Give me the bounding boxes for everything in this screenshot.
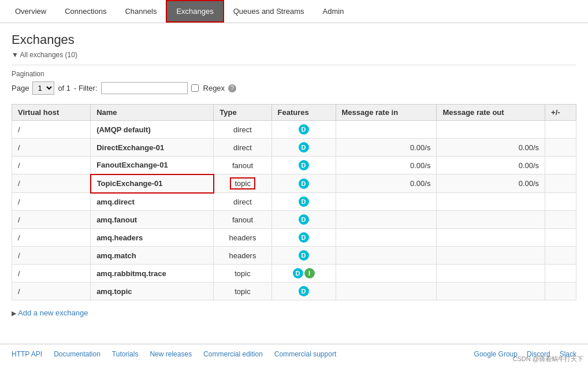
table-row[interactable]: /amq.directdirectD: [12, 193, 576, 211]
cell-type: topic: [214, 282, 271, 300]
table-row[interactable]: /amq.topictopicD: [12, 282, 576, 300]
cell-type: topic: [214, 265, 271, 282]
cell-features: D: [271, 121, 336, 139]
feature-badge-d: D: [299, 160, 309, 170]
regex-label: Regex: [203, 84, 225, 92]
cell-rate-in: 0.00/s: [336, 139, 437, 157]
col-type: Type: [214, 105, 271, 121]
cell-features: DI: [271, 265, 336, 282]
cell-features: D: [271, 229, 336, 247]
cell-name[interactable]: amq.topic: [91, 282, 214, 300]
cell-vhost: /: [12, 174, 91, 193]
cell-type: fanout: [214, 157, 271, 174]
footer-new-releases[interactable]: New releases: [150, 350, 192, 358]
cell-rate-out: [437, 265, 545, 282]
cell-rate-out: [437, 193, 545, 211]
cell-vhost: /: [12, 282, 91, 300]
table-row[interactable]: /amq.matchheadersD: [12, 247, 576, 265]
feature-badge-d: D: [299, 214, 309, 225]
cell-rate-out: 0.00/s: [437, 157, 545, 174]
nav-admin[interactable]: Admin: [314, 1, 353, 21]
col-name: Name: [91, 105, 214, 121]
add-exchange-link[interactable]: Add a new exchange: [18, 308, 88, 317]
top-nav: Overview Connections Channels Exchanges …: [0, 0, 588, 23]
cell-name[interactable]: amq.fanout: [91, 211, 214, 229]
cell-type: direct: [214, 193, 271, 211]
cell-action: [545, 265, 576, 282]
table-row[interactable]: /TopicExchange-01topicD0.00/s0.00/s: [12, 174, 576, 193]
filter-input[interactable]: [101, 82, 188, 94]
footer-http-api[interactable]: HTTP API: [12, 350, 42, 358]
footer-commercial-support[interactable]: Commercial support: [274, 350, 336, 358]
cell-type: topic: [214, 174, 271, 193]
footer-documentation[interactable]: Documentation: [54, 350, 101, 358]
col-rate-in: Message rate in: [336, 105, 437, 121]
nav-connections[interactable]: Connections: [55, 1, 116, 21]
col-features: Features: [271, 105, 336, 121]
cell-name[interactable]: TopicExchange-01: [91, 174, 214, 193]
feature-badge-i: I: [304, 268, 315, 278]
cell-name[interactable]: amq.direct: [91, 193, 214, 211]
cell-name[interactable]: (AMQP default): [91, 121, 214, 139]
cell-action: [545, 247, 576, 265]
feature-badge-d: D: [299, 179, 309, 189]
feature-badge-d: D: [299, 142, 309, 153]
table-row[interactable]: /amq.fanoutfanoutD: [12, 211, 576, 229]
of-text: of 1: [58, 84, 70, 92]
nav-exchanges[interactable]: Exchanges: [166, 0, 224, 23]
cell-action: [545, 174, 576, 193]
all-exchanges-label: All exchanges (10): [12, 51, 576, 59]
table-row[interactable]: /amq.headersheadersD: [12, 229, 576, 247]
cell-rate-in: [336, 229, 437, 247]
feature-badge-d: D: [299, 232, 309, 243]
cell-rate-out: [437, 211, 545, 229]
cell-features: D: [271, 282, 336, 300]
regex-checkbox[interactable]: [191, 84, 199, 92]
table-row[interactable]: /DirectExchange-01directD0.00/s0.00/s: [12, 139, 576, 157]
cell-name[interactable]: FanoutExchange-01: [91, 157, 214, 174]
pagination-row: Page 1 of 1 - Filter: Regex ?: [12, 81, 576, 95]
cell-vhost: /: [12, 265, 91, 282]
table-row[interactable]: /amq.rabbitmq.tracetopicDI: [12, 265, 576, 282]
footer-google-group[interactable]: Google Group: [474, 350, 518, 358]
footer-tutorials[interactable]: Tutorials: [112, 350, 139, 358]
feature-badge-d: D: [299, 286, 309, 296]
cell-name[interactable]: amq.rabbitmq.trace: [91, 265, 214, 282]
cell-vhost: /: [12, 211, 91, 229]
cell-vhost: /: [12, 121, 91, 139]
exchange-table: Virtual host Name Type Features Message …: [12, 104, 576, 300]
cell-type: headers: [214, 247, 271, 265]
cell-vhost: /: [12, 139, 91, 157]
cell-features: D: [271, 157, 336, 174]
cell-vhost: /: [12, 157, 91, 174]
cell-action: [545, 139, 576, 157]
cell-rate-in: 0.00/s: [336, 157, 437, 174]
cell-type: fanout: [214, 211, 271, 229]
cell-name[interactable]: amq.headers: [91, 229, 214, 247]
help-icon[interactable]: ?: [228, 84, 236, 92]
cell-rate-in: [336, 121, 437, 139]
page-text: Page: [12, 84, 29, 92]
cell-action: [545, 282, 576, 300]
cell-name[interactable]: amq.match: [91, 247, 214, 265]
cell-features: D: [271, 193, 336, 211]
cell-vhost: /: [12, 193, 91, 211]
page-select[interactable]: 1: [32, 81, 54, 95]
nav-overview[interactable]: Overview: [6, 1, 55, 21]
col-rate-out: Message rate out: [437, 105, 545, 121]
col-vhost: Virtual host: [12, 105, 91, 121]
cell-rate-out: 0.00/s: [437, 139, 545, 157]
feature-badge-d: D: [293, 268, 303, 278]
cell-rate-in: [336, 282, 437, 300]
footer-commercial-edition[interactable]: Commercial edition: [203, 350, 263, 358]
feature-badge-d: D: [299, 250, 309, 261]
nav-channels[interactable]: Channels: [116, 1, 166, 21]
table-row[interactable]: /(AMQP default)directD: [12, 121, 576, 139]
nav-queues-streams[interactable]: Queues and Streams: [224, 1, 314, 21]
col-actions: +/-: [545, 105, 576, 121]
table-row[interactable]: /FanoutExchange-01fanoutD0.00/s0.00/s: [12, 157, 576, 174]
cell-rate-out: 0.00/s: [437, 174, 545, 193]
feature-badge-d: D: [299, 196, 309, 207]
cell-name[interactable]: DirectExchange-01: [91, 139, 214, 157]
cell-action: [545, 121, 576, 139]
